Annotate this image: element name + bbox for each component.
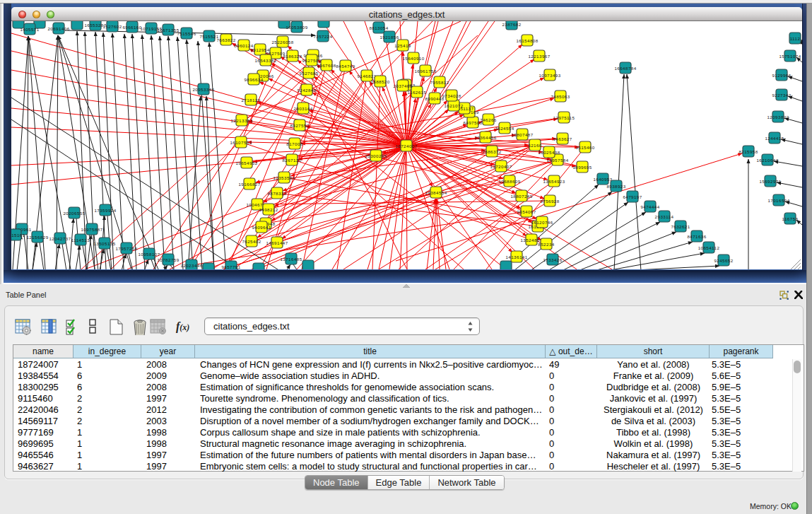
svg-text:18724007: 18724007	[395, 144, 417, 148]
svg-text:6479197: 6479197	[623, 194, 642, 199]
svg-text:9245652: 9245652	[714, 258, 733, 263]
svg-text:1244415: 1244415	[765, 136, 784, 141]
svg-text:9474444: 9474444	[640, 204, 659, 209]
svg-text:9899695: 9899695	[572, 165, 592, 170]
svg-text:10025438: 10025438	[538, 150, 560, 155]
svg-text:1112: 1112	[790, 36, 801, 41]
svg-text:16154808: 16154808	[516, 38, 538, 43]
svg-text:9129966: 9129966	[772, 73, 791, 78]
svg-text:10973493: 10973493	[539, 73, 560, 78]
svg-text:1921856: 1921856	[379, 35, 399, 40]
svg-text:16648784: 16648784	[614, 66, 636, 71]
svg-text:19654952: 19654952	[235, 160, 257, 165]
svg-text:16107553: 16107553	[230, 140, 252, 145]
svg-text:13505135: 13505135	[93, 241, 115, 246]
svg-text:9409641: 9409641	[252, 225, 271, 230]
svg-text:7386372: 7386372	[482, 149, 501, 154]
svg-text:16053809: 16053809	[286, 25, 307, 30]
svg-text:12156829: 12156829	[26, 235, 48, 240]
svg-text:8427552: 8427552	[290, 123, 309, 128]
svg-text:2588520: 2588520	[370, 79, 389, 84]
svg-text:9657791: 9657791	[221, 264, 240, 269]
svg-text:25226058: 25226058	[271, 40, 293, 45]
svg-text:16210643: 16210643	[756, 158, 778, 163]
svg-text:9654067: 9654067	[517, 209, 536, 214]
svg-text:20206555: 20206555	[63, 211, 85, 216]
svg-text:9242848: 9242848	[297, 88, 316, 93]
svg-text:9734028: 9734028	[442, 93, 461, 98]
svg-text:20953346: 20953346	[192, 87, 214, 92]
svg-text:125419: 125419	[394, 43, 411, 48]
svg-text:62160: 62160	[528, 143, 542, 148]
svg-text:10688609: 10688609	[498, 179, 520, 184]
svg-text:1162615: 1162615	[408, 90, 427, 95]
svg-text:1405571: 1405571	[20, 27, 39, 32]
svg-text:8938923: 8938923	[606, 184, 625, 189]
svg-text:14136141: 14136141	[505, 255, 527, 259]
svg-text:7632621: 7632621	[671, 224, 690, 229]
svg-text:16671355: 16671355	[157, 28, 179, 33]
svg-text:9896634: 9896634	[244, 77, 263, 82]
svg-text:2903144: 2903144	[293, 106, 312, 111]
svg-text:19166827: 19166827	[238, 182, 260, 187]
svg-text:16543382: 16543382	[254, 58, 276, 63]
svg-text:12042737: 12042737	[49, 236, 71, 241]
svg-text:1527602: 1527602	[102, 24, 122, 29]
svg-text:8186328: 8186328	[283, 54, 302, 59]
svg-text:3624554: 3624554	[495, 126, 514, 131]
svg-text:10975887: 10975887	[81, 227, 102, 232]
svg-text:12023446: 12023446	[180, 263, 202, 268]
svg-text:7485063: 7485063	[551, 94, 570, 99]
svg-text:746266: 746266	[480, 117, 496, 122]
svg-text:7625402: 7625402	[242, 239, 261, 244]
svg-text:18807249: 18807249	[510, 194, 532, 199]
svg-text:1114513: 1114513	[71, 238, 90, 243]
svg-text:16961758: 16961758	[414, 69, 436, 74]
svg-text:8990448: 8990448	[425, 96, 444, 101]
svg-text:852234: 852234	[538, 242, 554, 247]
svg-text:6966160: 6966160	[122, 25, 141, 30]
svg-text:17359924: 17359924	[94, 208, 116, 213]
svg-text:9515460: 9515460	[575, 145, 594, 150]
svg-text:1640953: 1640953	[593, 177, 612, 182]
svg-text:14691447: 14691447	[266, 240, 288, 245]
svg-text:8215958: 8215958	[739, 149, 758, 154]
svg-text:20364456: 20364456	[474, 135, 496, 140]
svg-text:7515546: 7515546	[177, 31, 196, 36]
svg-text:13720407: 13720407	[490, 164, 512, 169]
svg-text:8878312: 8878312	[267, 191, 286, 196]
svg-text:12975115: 12975115	[553, 115, 575, 120]
svg-text:3915161: 3915161	[11, 233, 25, 238]
svg-text:20691406: 20691406	[47, 26, 69, 31]
svg-text:7663822: 7663822	[216, 37, 235, 42]
svg-text:9756928: 9756928	[540, 199, 559, 204]
svg-text:8267130: 8267130	[282, 158, 301, 163]
svg-text:13654923: 13654923	[543, 179, 565, 184]
svg-text:817008: 817008	[286, 141, 302, 146]
svg-text:9227342: 9227342	[772, 93, 791, 98]
svg-text:9463627: 9463627	[553, 136, 572, 141]
svg-text:7357224: 7357224	[313, 34, 332, 39]
svg-text:15692971: 15692971	[759, 179, 781, 184]
svg-text:13716485: 13716485	[280, 257, 302, 262]
svg-text:9527502: 9527502	[302, 58, 321, 63]
svg-text:10654112: 10654112	[698, 245, 720, 250]
svg-text:15751074: 15751074	[779, 54, 801, 59]
svg-text:8454749: 8454749	[336, 64, 355, 69]
svg-text:2718129: 2718129	[241, 98, 260, 103]
svg-text:19384554: 19384554	[425, 190, 447, 195]
svg-text:2933114: 2933114	[655, 214, 674, 219]
svg-text:10807487: 10807487	[511, 132, 533, 137]
svg-text:1733426: 1733426	[543, 257, 562, 262]
svg-text:25300295: 25300295	[365, 153, 387, 158]
svg-text:12213967: 12213967	[528, 54, 550, 59]
svg-text:2387682: 2387682	[502, 22, 521, 27]
svg-text:1621072: 1621072	[444, 103, 463, 108]
svg-text:12353594: 12353594	[273, 175, 295, 180]
svg-text:9146821: 9146821	[357, 74, 376, 78]
svg-text:12213383: 12213383	[230, 118, 252, 123]
svg-text:3498212: 3498212	[259, 207, 278, 212]
svg-text:17016504: 17016504	[767, 198, 789, 203]
svg-text:16120746: 16120746	[531, 220, 553, 225]
svg-text:9527685: 9527685	[299, 71, 318, 76]
